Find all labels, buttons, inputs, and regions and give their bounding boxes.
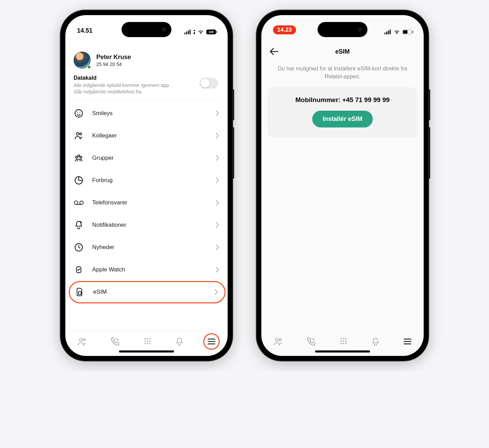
tab-keypad[interactable] [339,337,348,346]
bell-icon [371,337,380,346]
keypad-icon [339,337,348,346]
datakald-toggle[interactable] [199,78,218,89]
svg-point-10 [80,133,82,135]
menu-list: Smileys Kollegaer Grupper Forbrug [74,102,219,303]
tab-alerts[interactable] [371,337,380,346]
menu-notifikationer[interactable]: Notifikationer [74,214,219,236]
menu-esim[interactable]: eSIM [69,281,226,303]
chevron-right-icon [215,133,219,139]
menu-label: Smileys [92,110,207,117]
menu-grupper[interactable]: Grupper [74,147,219,169]
svg-point-40 [279,339,281,341]
profile-number: 25 94 20 54 [96,61,131,67]
dynamic-island [318,22,368,37]
tab-alerts[interactable] [175,337,184,346]
svg-rect-36 [386,32,387,34]
usage-icon [74,176,83,185]
wifi-icon [197,30,204,34]
menu-kollegaer[interactable]: Kollegaer [74,125,219,147]
colleagues-icon [74,131,83,140]
mobil-row: Mobilnummer: +45 71 99 99 99 [295,96,390,104]
chevron-right-icon [215,222,219,228]
svg-rect-38 [390,30,391,34]
cellular-icon [384,30,391,34]
menu-nyheder[interactable]: Nyheder [74,236,219,259]
back-button[interactable] [270,48,279,55]
svg-point-14 [74,201,78,204]
phone-icon [111,337,120,346]
profile-row[interactable]: Peter Kruse 25 94 20 54 [74,52,219,69]
back-arrow-icon [270,48,279,55]
screen-left: 14.51 100 Peter Kruse 25 94 20 54 [65,15,228,356]
svg-point-23 [144,338,146,339]
install-esim-button[interactable]: Installér eSIM [312,111,373,127]
svg-point-41 [340,338,342,339]
home-indicator[interactable] [315,350,370,352]
tab-keypad[interactable] [143,337,152,346]
presence-dot [87,65,91,69]
esim-card: Mobilnummer: +45 71 99 99 99 Installér e… [268,87,417,138]
svg-point-22 [83,339,85,341]
svg-point-30 [147,343,148,344]
bell-icon [175,337,184,346]
menu-label: Telefonsvarer [92,199,207,206]
chevron-right-icon [214,289,218,295]
status-indicators: 100 [184,30,216,34]
tab-menu[interactable] [403,338,412,345]
menu-label: eSIM [93,289,206,295]
menu-label: Nyheder [92,244,207,251]
datakald-line2: Slår indgående mobiltelefoni fra. [74,89,187,95]
menu-telefonsvarer[interactable]: Telefonsvarer [74,192,219,214]
cellular-icon [184,30,191,34]
menu-label: Notifikationer [92,222,207,228]
svg-rect-37 [388,31,389,34]
datakald-line1: Alle indgående opkald kommer igennem app… [74,82,187,89]
mobil-label: Mobilnummer: [295,96,342,103]
groups-icon [74,154,83,163]
svg-point-24 [147,338,148,339]
contacts-icon [273,337,283,346]
menu-apple-watch[interactable]: Apple Watch [74,259,219,281]
chevron-right-icon [215,177,219,183]
tab-contacts[interactable] [273,337,283,346]
chevron-right-icon [215,200,219,206]
phone-right: 14.23 eSIM Du har mulighed for at instal… [257,10,428,361]
svg-point-21 [79,338,82,341]
status-time-pill[interactable]: 14.23 [273,25,296,34]
svg-point-7 [77,112,78,113]
svg-point-6 [75,110,83,117]
svg-point-11 [78,155,79,157]
chevron-right-icon [215,110,219,116]
nav-header: eSIM [261,43,424,60]
wifi-icon [393,30,400,34]
mobil-value: +45 71 99 99 99 [342,96,390,103]
battery-icon [402,30,412,34]
tab-calls[interactable] [307,337,316,346]
menu-label: Grupper [92,155,207,161]
status-time: 14.51 [77,27,93,34]
page-title: eSIM [335,48,350,55]
divider [74,100,219,100]
svg-point-45 [343,340,344,342]
home-indicator[interactable] [119,350,174,352]
keypad-icon [143,337,152,346]
smiley-icon [74,109,83,118]
svg-point-4 [194,30,195,31]
svg-rect-2 [188,31,189,34]
status-indicators [384,30,412,34]
menu-forbrug[interactable]: Forbrug [74,169,219,192]
tab-calls[interactable] [111,337,120,346]
tab-contacts[interactable] [77,337,87,346]
svg-point-31 [149,343,151,344]
svg-rect-20 [78,292,81,294]
avatar[interactable] [74,52,91,69]
svg-point-15 [80,201,83,204]
tab-menu[interactable] [207,338,216,345]
hamburger-icon [207,338,216,345]
svg-point-12 [76,156,77,158]
voicemail-icon [74,200,84,206]
profile-name: Peter Kruse [96,54,131,61]
menu-label: Forbrug [92,177,207,184]
svg-point-28 [149,340,151,342]
menu-smileys[interactable]: Smileys [74,102,219,125]
